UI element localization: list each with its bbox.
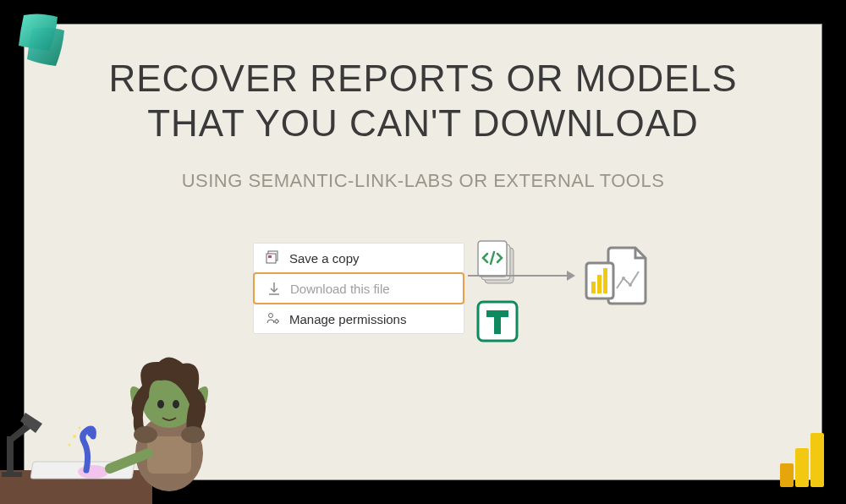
arrow-icon: [468, 275, 574, 277]
fabric-logo-icon: [8, 8, 78, 78]
svg-rect-21: [795, 448, 809, 487]
svg-point-15: [622, 277, 625, 280]
context-menu: Save a copy Download this file: [253, 243, 464, 334]
svg-point-30: [69, 444, 71, 446]
svg-point-38: [181, 426, 205, 443]
powerbi-logo-icon: [778, 430, 827, 489]
goblin-character-illustration: [0, 335, 254, 504]
title-text-line1: RECOVER REPORTS OR MODELS: [109, 58, 738, 99]
svg-rect-20: [780, 463, 794, 487]
menu-item-download[interactable]: Download this file: [253, 272, 464, 304]
svg-rect-26: [7, 436, 14, 475]
svg-point-6: [275, 320, 278, 323]
download-icon: [266, 281, 282, 296]
svg-rect-19: [603, 268, 607, 293]
svg-point-5: [269, 314, 273, 318]
menu-item-permissions[interactable]: Manage permissions: [254, 304, 464, 333]
menu-label-download: Download this file: [290, 282, 390, 296]
svg-point-28: [87, 429, 96, 437]
title-text-line2: THAT YOU CAN'T DOWNLOAD: [147, 102, 699, 144]
save-copy-icon: [266, 250, 281, 266]
svg-point-31: [79, 427, 81, 430]
permissions-icon: [266, 311, 281, 326]
svg-rect-27: [2, 472, 22, 477]
svg-rect-33: [147, 436, 191, 474]
svg-point-29: [73, 435, 76, 438]
slide-subtitle: USING SEMANTIC-LINK-LABS OR EXTERNAL TOO…: [25, 170, 821, 192]
svg-point-36: [173, 400, 179, 408]
menu-label-save: Save a copy: [289, 251, 360, 266]
menu-label-permissions: Manage permissions: [289, 312, 406, 326]
svg-rect-22: [810, 433, 824, 487]
svg-point-16: [629, 283, 632, 287]
svg-point-37: [134, 426, 157, 443]
tool-t-icon: [476, 300, 519, 342]
svg-point-35: [157, 400, 164, 408]
svg-rect-2: [268, 255, 272, 258]
code-file-stack-icon: [476, 239, 522, 287]
svg-point-25: [78, 465, 108, 479]
svg-rect-17: [591, 282, 596, 293]
slide-title: RECOVER REPORTS OR MODELS THAT YOU CAN'T…: [25, 57, 821, 146]
menu-item-save-copy[interactable]: Save a copy: [254, 244, 464, 272]
report-file-icon: [583, 243, 652, 312]
svg-rect-1: [266, 254, 276, 263]
svg-rect-14: [494, 310, 501, 334]
svg-rect-18: [597, 275, 602, 293]
